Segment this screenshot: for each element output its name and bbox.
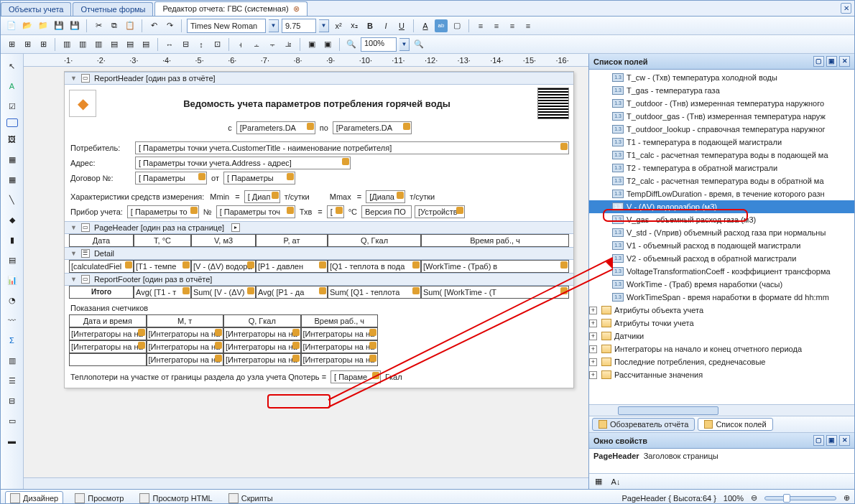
al6-icon[interactable]: ▤ xyxy=(139,38,152,51)
cell-v[interactable]: [V - (ΔV) водора xyxy=(191,260,256,273)
col-date[interactable]: Дата xyxy=(69,234,134,247)
intg-cell[interactable]: [Интеграторы на на xyxy=(301,340,379,353)
intg-cell[interactable]: [Интеграторы на на xyxy=(147,353,224,366)
intg-cell[interactable]: [Интеграторы на на xyxy=(301,353,379,366)
field-address[interactable]: [ Параметры точки учета.Address - адрес] xyxy=(135,157,351,169)
field-item[interactable]: 1.3V_std - (Vприв) объемный расход газа … xyxy=(589,226,854,239)
table-icon[interactable]: ▦ xyxy=(4,172,20,187)
field-item[interactable]: 1.3T_outdoor_lookup - справочная темпера… xyxy=(589,123,854,136)
crossband2-icon[interactable]: ▬ xyxy=(4,433,20,449)
sz2-icon[interactable]: ⊟ xyxy=(179,38,192,51)
qr-icon[interactable] xyxy=(537,88,569,119)
copy-icon[interactable]: ⧉ xyxy=(108,19,121,32)
canvas[interactable]: ▼ ▭ ReportHeader [один раз в отчёте] ◆ В… xyxy=(24,67,588,477)
close-icon[interactable]: ⊗ xyxy=(293,4,300,13)
paste-icon[interactable]: 📋 xyxy=(124,19,137,32)
section-pageheader[interactable]: ▼ ▭ PageHeader [один раз на странице] ▸ xyxy=(65,221,573,234)
zoom-input[interactable]: 100% xyxy=(361,37,397,52)
zoomout-icon[interactable]: 🔍 xyxy=(345,38,358,51)
align-justify-icon[interactable]: ≡ xyxy=(522,19,535,32)
sparkline-icon[interactable]: 〰 xyxy=(4,312,20,328)
panel-min-icon[interactable]: ▢ xyxy=(813,56,824,67)
barcode-icon[interactable]: ▮ xyxy=(4,232,20,248)
expand-icon[interactable]: + xyxy=(589,332,597,340)
chevron-down-icon[interactable]: ▼ xyxy=(70,224,77,231)
field-date-from[interactable]: [Parameters.DA xyxy=(236,121,315,134)
props-panel-header[interactable]: Окно свойств ▢ ▣ ✕ xyxy=(589,433,854,449)
saveall-icon[interactable]: 💾 xyxy=(68,19,81,32)
crossband-icon[interactable]: ▭ xyxy=(4,413,20,429)
expand-icon[interactable]: + xyxy=(589,345,597,353)
fontcolor-icon[interactable]: A xyxy=(419,19,432,32)
snap3-icon[interactable]: ⊞ xyxy=(37,38,50,51)
field-contract-date[interactable]: [ Параметры xyxy=(223,172,295,185)
fields-tree[interactable]: 1.3T_cw - (Тхв) температура холодной вод… xyxy=(589,70,854,404)
field-item[interactable]: 1.3V1 - объемный расход в подающей магис… xyxy=(589,239,854,252)
smart-tag-icon[interactable]: ▸ xyxy=(231,223,240,232)
fields-panel-header[interactable]: Список полей ▢ ▣ ✕ xyxy=(589,54,854,70)
al5-icon[interactable]: ▤ xyxy=(124,38,137,51)
panel-max-icon[interactable]: ▣ xyxy=(826,435,837,446)
sp4-icon[interactable]: ⫡ xyxy=(282,38,295,51)
props-cat-icon[interactable]: ▦ xyxy=(592,475,605,488)
field-group[interactable]: +Атрибуты точки учета xyxy=(589,317,854,330)
field-contract-num[interactable]: [ Параметры xyxy=(135,172,207,185)
font-select[interactable]: Times New Roman xyxy=(187,19,266,33)
subscript-icon[interactable]: x₂ xyxy=(348,19,361,32)
zoom-dd-icon[interactable]: ▼ xyxy=(399,38,410,51)
col2-wt[interactable]: Время раб., ч xyxy=(301,314,379,327)
field-group[interactable]: +Последние потребления, среднечасовые xyxy=(589,355,854,368)
field-group[interactable]: +Интеграторы на начало и конец отчетного… xyxy=(589,342,854,355)
richtext-icon[interactable] xyxy=(6,118,18,127)
section-reportheader[interactable]: ▼ ▭ ReportHeader [один раз в отчёте] xyxy=(65,72,573,85)
align-center-icon[interactable]: ≡ xyxy=(490,19,503,32)
field-device-info[interactable]: [Устройств xyxy=(415,205,465,218)
cell-itogo[interactable]: Итого xyxy=(69,286,134,299)
section-reportfooter[interactable]: ▼ ▭ ReportFooter [один раз в отчёте] xyxy=(65,273,573,286)
mode-preview-html[interactable]: Просмотр HTML xyxy=(135,492,216,505)
border-icon[interactable]: ▢ xyxy=(450,19,463,32)
sz3-icon[interactable]: ↕ xyxy=(195,38,208,51)
tab-fieldlist[interactable]: Список полей xyxy=(698,418,772,431)
al1-icon[interactable]: ▥ xyxy=(60,38,73,51)
tab-reports[interactable]: Отчетные формы xyxy=(73,2,153,16)
counters-row3[interactable]: [Интеграторы на на [Интеграторы на на [И… xyxy=(69,353,378,366)
image-icon[interactable]: 🖼 xyxy=(4,131,20,147)
props-sort-icon[interactable]: A↓ xyxy=(609,475,622,488)
report-page[interactable]: ▼ ▭ ReportHeader [один раз в отчёте] ◆ В… xyxy=(64,71,574,388)
cell-sum-wt[interactable]: Sum( [WorkTime - (Т xyxy=(421,286,569,299)
label-icon[interactable]: A xyxy=(4,78,20,94)
panel-icon[interactable]: ▦ xyxy=(4,151,20,167)
align-left-icon[interactable]: ≡ xyxy=(474,19,487,32)
snap1-icon[interactable]: ⊞ xyxy=(5,38,18,51)
expand-icon[interactable]: + xyxy=(589,319,597,327)
totals-row[interactable]: Итого Avg( [T1 - т Sum( [V - (ΔV) Avg( [… xyxy=(69,286,569,299)
redo-icon[interactable]: ↷ xyxy=(163,19,176,32)
intg-cell-empty[interactable] xyxy=(69,353,147,366)
open2-icon[interactable]: 📁 xyxy=(37,19,50,32)
sz1-icon[interactable]: ↔ xyxy=(163,38,176,51)
col-p[interactable]: P, ат xyxy=(256,234,328,247)
field-group[interactable]: +Рассчитанные значения xyxy=(589,368,854,381)
chevron-down-icon[interactable]: ▼ xyxy=(70,250,77,257)
zoom-slider[interactable] xyxy=(764,496,836,500)
align-right-icon[interactable]: ≡ xyxy=(506,19,519,32)
al4-icon[interactable]: ▤ xyxy=(108,38,121,51)
h-scrollbar[interactable] xyxy=(24,477,588,489)
italic-icon[interactable]: I xyxy=(379,19,392,32)
chevron-down-icon[interactable]: ▼ xyxy=(70,75,77,82)
field-version[interactable]: Версия ПО xyxy=(361,205,412,218)
intg-cell[interactable]: [Интеграторы на на xyxy=(69,340,147,353)
cell-p1[interactable]: [P1 - давлен xyxy=(256,260,328,273)
col-t[interactable]: T, °C xyxy=(134,234,191,247)
col2-m[interactable]: M, т xyxy=(147,314,224,327)
panel-close-icon[interactable]: ✕ xyxy=(839,56,850,67)
cell-wt[interactable]: [WorkTime - (Траб) в xyxy=(421,260,569,273)
field-item[interactable]: 1.3T_outdoor_gas - (Тнв) измеренная темп… xyxy=(589,110,854,123)
header-row[interactable]: Дата T, °C V, м3 P, ат Q, Гкал Время раб… xyxy=(69,234,569,247)
section-detail[interactable]: ▼ ☰ Detail xyxy=(65,247,573,260)
cut-icon[interactable]: ✂ xyxy=(92,19,105,32)
sp1-icon[interactable]: ⫞ xyxy=(234,38,247,51)
undo-icon[interactable]: ↶ xyxy=(147,19,160,32)
bold-icon[interactable]: B xyxy=(364,19,376,32)
